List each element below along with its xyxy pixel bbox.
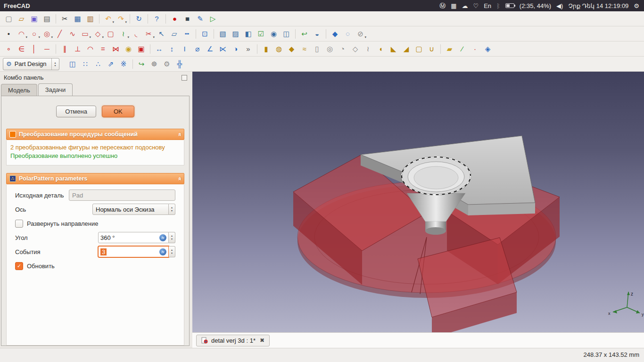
measure-icon[interactable]: ╬ <box>174 58 186 70</box>
expression-fx-icon[interactable]: fx <box>159 234 166 241</box>
macro-edit-icon[interactable]: ✎ <box>194 13 206 25</box>
zoom-icon[interactable]: ◌ <box>342 28 354 40</box>
constraint-radius-icon[interactable]: ⌀ <box>191 43 203 55</box>
document-tab[interactable]: detal verj 3d : 1* ✖ <box>196 335 270 346</box>
create-polygon-icon[interactable]: ◇▾ <box>92 28 104 40</box>
original-feature-field[interactable] <box>69 189 175 201</box>
constraint-angle-icon[interactable]: ∠ <box>204 43 216 55</box>
involute-gear-icon[interactable]: ⚙ <box>161 58 173 70</box>
chamfer-icon[interactable]: ◣ <box>388 43 399 55</box>
toggle-driving-constraint-icon[interactable]: ◑ <box>230 43 241 55</box>
constraint-block-icon[interactable]: ▣ <box>135 43 147 55</box>
constraint-coincident-icon[interactable]: ∘ <box>3 43 15 55</box>
trim-edge-icon[interactable]: ✂▾ <box>143 28 155 40</box>
pocket-icon[interactable]: ▯ <box>311 43 323 55</box>
datum-line-icon[interactable]: ∕ <box>456 43 468 55</box>
fit-selection-icon[interactable]: ⊡ <box>199 28 211 40</box>
reorient-sketch-icon[interactable]: ◧ <box>242 28 254 40</box>
panel-float-icon[interactable] <box>182 75 187 81</box>
axis-stepper[interactable]: ▴▾ <box>169 204 175 215</box>
linear-pattern-icon[interactable]: ∷ <box>80 58 91 70</box>
merge-sketches-icon[interactable]: ◉ <box>268 28 280 40</box>
revolution-icon[interactable]: ◍ <box>273 43 285 55</box>
battery-status-text[interactable]: (2:35, 44%) <box>520 3 551 9</box>
ok-button[interactable]: OK <box>102 106 134 117</box>
messages-section-header[interactable]: Преобразование процедуры сообщений » <box>6 129 184 140</box>
create-conic-icon[interactable]: ◎▾ <box>41 28 53 40</box>
pad-icon[interactable]: ▮ <box>260 43 272 55</box>
open-file-icon[interactable]: ▱ <box>16 13 27 25</box>
create-polyline-icon[interactable]: ∿ <box>66 28 78 40</box>
boolean-icon[interactable]: ∪ <box>426 43 438 55</box>
3d-viewport[interactable]: z x y <box>192 72 644 332</box>
mirrored-icon[interactable]: ◫ <box>67 58 79 70</box>
cloud-sync-icon[interactable]: ☁ <box>462 3 468 9</box>
view-sketch-icon[interactable]: ▧ <box>217 28 229 40</box>
constraint-horizontal-distance-icon[interactable]: ↔ <box>153 43 165 55</box>
cut-icon[interactable]: ✂ <box>59 13 71 25</box>
axis-select[interactable]: Нормаль оси Эскиза <box>92 204 169 215</box>
refresh-icon[interactable]: ↻ <box>133 13 145 25</box>
workbench-dropdown-arrows[interactable]: ▴▾ <box>51 58 59 70</box>
stop-operation-icon[interactable]: ⊘▾ <box>355 28 366 40</box>
constraint-horizontal-icon[interactable]: ─ <box>41 43 53 55</box>
paste-icon[interactable]: ▥ <box>84 13 96 25</box>
save-icon[interactable]: ▣ <box>28 13 40 25</box>
volume-icon[interactable]: ◀) <box>556 3 563 9</box>
external-geometry-icon[interactable]: ↖ <box>156 28 167 40</box>
close-icon[interactable]: ✖ <box>260 337 264 344</box>
keyboard-layout-indicator[interactable]: En <box>484 3 491 9</box>
copy-icon[interactable]: ▦ <box>72 13 83 25</box>
subtractive-pipe-icon[interactable]: ≀ <box>362 43 374 55</box>
reverse-checkbox[interactable]: ✓ <box>15 220 23 228</box>
scaled-icon[interactable]: ⇗ <box>105 58 117 70</box>
constraint-vertical-distance-icon[interactable]: ↕ <box>166 43 178 55</box>
constraint-point-on-object-icon[interactable]: ∈ <box>16 43 27 55</box>
cancel-button[interactable]: Отмена <box>56 106 96 117</box>
occurrences-field[interactable]: 3 fx <box>98 246 169 257</box>
session-gear-icon[interactable]: ⚙ <box>634 3 639 9</box>
draft-icon[interactable]: ◢ <box>400 43 412 55</box>
macro-play-icon[interactable]: ▷ <box>207 13 219 25</box>
toggle-construction-icon[interactable]: ╍ <box>181 28 193 40</box>
redo-icon[interactable]: ↷▾ <box>115 13 127 25</box>
angle-field[interactable]: 360 ° fx <box>98 232 169 243</box>
constraint-snell-icon[interactable]: ⋉ <box>217 43 229 55</box>
datum-point-icon[interactable]: · <box>469 43 481 55</box>
constraint-tangent-icon[interactable]: ◠ <box>84 43 96 55</box>
polarpattern-section-header[interactable]: ∴ PolarPattern parameters » <box>6 173 184 184</box>
create-slot-icon[interactable]: ▢ <box>105 28 116 40</box>
subtractive-loft-icon[interactable]: ◇ <box>349 43 361 55</box>
select-elements-icon[interactable]: ◆ <box>329 28 341 40</box>
create-circle-icon[interactable]: ○▾ <box>28 28 40 40</box>
additive-pipe-icon[interactable]: ≈ <box>298 43 310 55</box>
mirror-sketch-icon[interactable]: ◫ <box>281 28 292 40</box>
groove-icon[interactable]: ◔ <box>337 43 348 55</box>
macro-stop-icon[interactable]: ■ <box>182 13 193 25</box>
datum-plane-icon[interactable]: ▰ <box>444 43 455 55</box>
validate-sketch-icon[interactable]: ☑ <box>255 28 267 40</box>
undo-icon[interactable]: ↶▾ <box>102 13 114 25</box>
create-fillet-icon[interactable]: ◟ <box>130 28 142 40</box>
constraint-parallel-icon[interactable]: ∥ <box>59 43 71 55</box>
migrate-sketch-icon[interactable]: ↪ <box>136 58 148 70</box>
shape-binder-icon[interactable]: ◈ <box>482 43 494 55</box>
create-point-icon[interactable]: • <box>3 28 15 40</box>
create-rectangle-icon[interactable]: ▭▾ <box>79 28 91 40</box>
map-sketch-icon[interactable]: ▨ <box>230 28 241 40</box>
fillet-icon[interactable]: ◖ <box>375 43 387 55</box>
panel-tab[interactable]: Задачи <box>38 83 73 96</box>
workspace-grid-icon[interactable]: ▦ <box>451 3 456 9</box>
messaging-m-icon[interactable]: Ⓜ <box>439 3 446 9</box>
panel-tab[interactable]: Модель <box>1 84 37 96</box>
print-icon[interactable]: ▤ <box>41 13 53 25</box>
thickness-icon[interactable]: ▢ <box>413 43 425 55</box>
notifications-icon[interactable]: ♡ <box>473 3 479 9</box>
update-checkbox[interactable]: ✓ <box>15 262 23 270</box>
carbon-copy-icon[interactable]: ▱ <box>168 28 180 40</box>
workbench-selector[interactable]: ⚙ Part Design ▴▾ <box>3 58 59 70</box>
multitransform-icon[interactable]: ※ <box>118 58 130 70</box>
macro-record-icon[interactable]: ● <box>169 13 181 25</box>
constraint-perpendicular-icon[interactable]: ⊥ <box>72 43 83 55</box>
constraint-symmetric-icon[interactable]: ⋈ <box>110 43 122 55</box>
